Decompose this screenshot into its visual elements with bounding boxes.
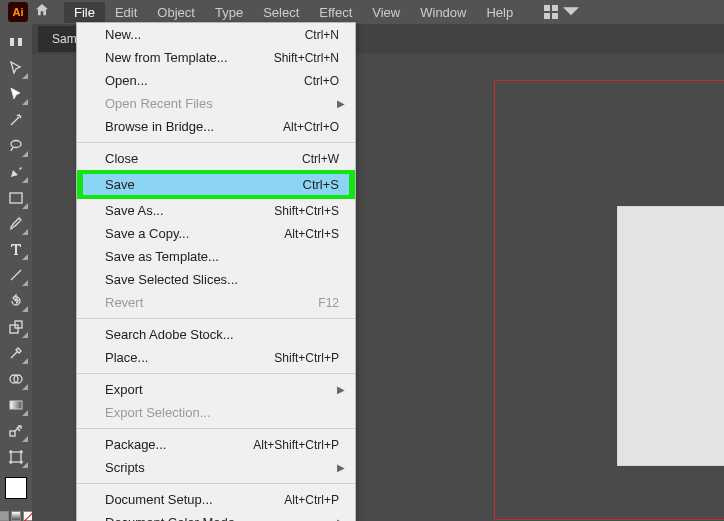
menu-new-template[interactable]: New from Template...Shift+Ctrl+N <box>77 46 355 69</box>
submenu-arrow-icon: ▶ <box>337 462 345 473</box>
line-tool-icon[interactable] <box>3 263 29 287</box>
svg-rect-1 <box>552 5 558 11</box>
symbol-sprayer-tool-icon[interactable] <box>3 419 29 443</box>
svg-rect-4 <box>10 38 14 46</box>
chevron-down-icon <box>563 4 579 20</box>
paintbrush-tool-icon[interactable] <box>3 212 29 236</box>
svg-rect-14 <box>10 431 15 436</box>
selection-tool-icon[interactable] <box>3 56 29 80</box>
fill-stroke-swatch[interactable] <box>5 477 27 499</box>
pen-tool-icon[interactable] <box>3 160 29 184</box>
svg-rect-3 <box>552 13 558 19</box>
menu-search-stock[interactable]: Search Adobe Stock... <box>77 323 355 346</box>
menu-close[interactable]: CloseCtrl+W <box>77 147 355 170</box>
file-menu-dropdown: New...Ctrl+N New from Template...Shift+C… <box>76 22 356 521</box>
magic-wand-tool-icon[interactable] <box>3 108 29 132</box>
svg-rect-5 <box>18 38 22 46</box>
menu-export[interactable]: Export▶ <box>77 378 355 401</box>
bridge-tool-icon[interactable] <box>3 30 29 54</box>
menu-open[interactable]: Open...Ctrl+O <box>77 69 355 92</box>
menu-edit[interactable]: Edit <box>105 2 147 23</box>
menu-open-recent[interactable]: Open Recent Files▶ <box>77 92 355 115</box>
menu-view[interactable]: View <box>362 2 410 23</box>
menu-object[interactable]: Object <box>147 2 205 23</box>
menu-save-as[interactable]: Save As...Shift+Ctrl+S <box>77 199 355 222</box>
menu-place[interactable]: Place...Shift+Ctrl+P <box>77 346 355 369</box>
menu-save[interactable]: SaveCtrl+S <box>83 174 349 195</box>
scale-tool-icon[interactable] <box>3 315 29 339</box>
menu-type[interactable]: Type <box>205 2 253 23</box>
menu-package[interactable]: Package...Alt+Shift+Ctrl+P <box>77 433 355 456</box>
tools-panel <box>0 24 32 521</box>
menu-window[interactable]: Window <box>410 2 476 23</box>
menu-save-template[interactable]: Save as Template... <box>77 245 355 268</box>
menu-separator <box>77 428 355 429</box>
gradient-tool-icon[interactable] <box>3 393 29 417</box>
svg-rect-13 <box>10 401 22 409</box>
svg-rect-0 <box>544 5 550 11</box>
menu-doc-color[interactable]: Document Color Mode▶ <box>77 511 355 521</box>
menu-help[interactable]: Help <box>476 2 523 23</box>
menu-scripts[interactable]: Scripts▶ <box>77 456 355 479</box>
submenu-arrow-icon: ▶ <box>337 517 345 521</box>
artboard-tool-icon[interactable] <box>3 445 29 469</box>
highlighted-save: SaveCtrl+S <box>77 170 355 199</box>
svg-line-8 <box>11 270 21 280</box>
svg-rect-7 <box>10 193 22 203</box>
color-mode-buttons[interactable] <box>0 511 33 521</box>
submenu-arrow-icon: ▶ <box>337 98 345 109</box>
menu-select[interactable]: Select <box>253 2 309 23</box>
menu-separator <box>77 483 355 484</box>
direct-selection-tool-icon[interactable] <box>3 82 29 106</box>
menu-save-slices[interactable]: Save Selected Slices... <box>77 268 355 291</box>
app-logo: Ai <box>8 2 28 22</box>
menu-revert[interactable]: RevertF12 <box>77 291 355 314</box>
menu-effect[interactable]: Effect <box>309 2 362 23</box>
lasso-tool-icon[interactable] <box>3 134 29 158</box>
menubar: Ai File Edit Object Type Select Effect V… <box>0 0 724 24</box>
menu-browse-bridge[interactable]: Browse in Bridge...Alt+Ctrl+O <box>77 115 355 138</box>
svg-point-6 <box>11 140 21 147</box>
menu-doc-setup[interactable]: Document Setup...Alt+Ctrl+P <box>77 488 355 511</box>
menu-separator <box>77 318 355 319</box>
menu-file[interactable]: File <box>64 2 105 23</box>
rotate-tool-icon[interactable] <box>3 289 29 313</box>
submenu-arrow-icon: ▶ <box>337 384 345 395</box>
menu-export-selection[interactable]: Export Selection... <box>77 401 355 424</box>
shape-builder-tool-icon[interactable] <box>3 367 29 391</box>
workspace-switcher[interactable] <box>543 4 579 20</box>
menu-new[interactable]: New...Ctrl+N <box>77 23 355 46</box>
rectangle-tool-icon[interactable] <box>3 186 29 210</box>
home-icon[interactable] <box>34 2 50 22</box>
artboard <box>617 206 724 466</box>
menu-separator <box>77 142 355 143</box>
menu-save-copy[interactable]: Save a Copy...Alt+Ctrl+S <box>77 222 355 245</box>
svg-rect-9 <box>10 325 18 333</box>
svg-rect-2 <box>544 13 550 19</box>
eyedropper-tool-icon[interactable] <box>3 341 29 365</box>
type-tool-icon[interactable] <box>3 238 29 262</box>
svg-rect-15 <box>11 452 21 462</box>
menu-separator <box>77 373 355 374</box>
